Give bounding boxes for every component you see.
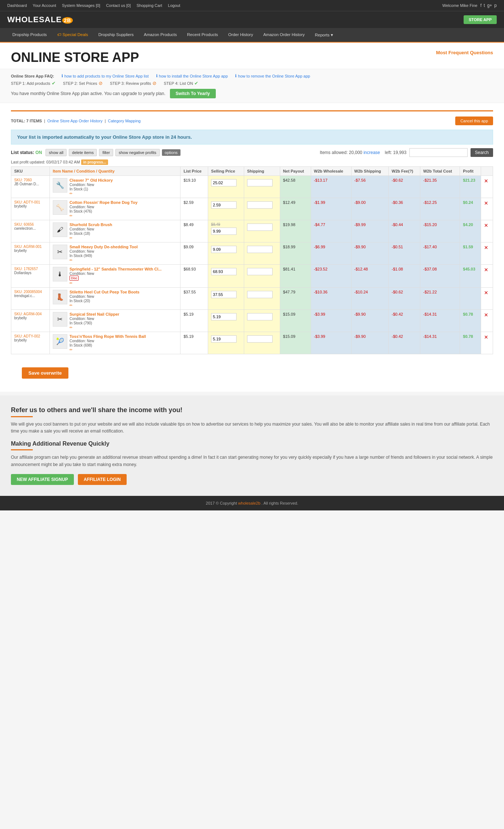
increase-link[interactable]: increase	[364, 150, 380, 155]
shipping-input-2[interactable]	[247, 224, 273, 231]
selling-price-input-3[interactable]	[211, 246, 237, 253]
cell-selling-2: $8.49	[208, 220, 244, 242]
delete-button-3[interactable]: ✕	[484, 245, 488, 250]
googleplus-icon[interactable]: g+	[487, 3, 492, 8]
shipping-input-1[interactable]	[247, 201, 273, 209]
shipping-input-5[interactable]	[247, 291, 273, 298]
cell-w2b-total-1: -$12.25	[420, 198, 460, 220]
show-all-button[interactable]: show all	[45, 149, 67, 156]
cell-w2b-fee-7: -$0.42	[389, 332, 420, 354]
cell-item-0: 🔧 Cleaver 7" Old Hickory Condition: New …	[49, 176, 180, 198]
category-mapping-link[interactable]: Category Mapping	[108, 119, 141, 123]
selling-price-input-1[interactable]	[211, 201, 237, 209]
shipping-input-0[interactable]	[247, 179, 273, 186]
edit-icon-6[interactable]: ✏	[70, 325, 72, 329]
faq-link-3[interactable]: ℹ how to remove the Online Store App app	[235, 74, 310, 78]
cell-profit-6: $0.78	[460, 310, 481, 332]
item-name-1[interactable]: Cotton Flossin' Rope Bone Dog Toy	[70, 200, 138, 205]
edit-icon-3[interactable]: ✏	[70, 258, 72, 262]
item-name-2[interactable]: Shurhold Scrub Brush	[70, 222, 112, 227]
faq-link-2[interactable]: ℹ how to install the Online Store App ap…	[156, 74, 228, 78]
item-condition-1: Condition: New	[70, 205, 94, 209]
affiliate-login-button[interactable]: AFFILIATE LOGIN	[78, 474, 127, 485]
delete-button-0[interactable]: ✕	[484, 178, 488, 184]
top-nav-links: Dashboard Your Account System Messages […	[7, 3, 180, 8]
nav-recent-products[interactable]: Recent Products	[182, 28, 223, 42]
nav-logout[interactable]: Logout	[168, 3, 180, 8]
faq-section: Online Store App FAQ: ℹ how to add produ…	[0, 69, 504, 103]
shipping-input-6[interactable]	[247, 313, 273, 320]
col-header-selling-price: Selling Price	[208, 167, 244, 176]
faq-link[interactable]: Most Frequent Questions	[436, 50, 493, 55]
selling-price-input-5[interactable]	[211, 291, 237, 298]
toolbar-right: Items allowed: 20,000 increase left: 19,…	[320, 148, 493, 157]
edit-icon-5[interactable]: ✏	[70, 303, 72, 307]
nav-system-messages[interactable]: System Messages [0]	[62, 3, 100, 8]
cell-w2b-fee-3: -$0.51	[389, 242, 420, 265]
nav-dropship-suppliers[interactable]: Dropship Suppliers	[93, 28, 139, 42]
shipping-input-3[interactable]	[247, 246, 273, 253]
twitter-icon[interactable]: t	[484, 3, 485, 8]
selling-price-input-0[interactable]	[211, 179, 237, 186]
nav-reports[interactable]: Reports ▾	[310, 28, 338, 42]
order-history-link[interactable]: Online Store App Order History	[47, 119, 103, 123]
nav-contact-us[interactable]: Contact us [0]	[106, 3, 131, 8]
delete-items-button[interactable]: delete items	[69, 149, 97, 156]
delete-button-5[interactable]: ✕	[484, 290, 488, 296]
selling-price-input-7[interactable]	[211, 335, 237, 343]
item-image-3: ✂	[53, 245, 67, 259]
switch-to-yearly-button[interactable]: Switch To Yearly	[170, 89, 216, 98]
show-negative-profits-button[interactable]: show negative profits	[115, 149, 159, 156]
selling-price-input-6[interactable]	[211, 313, 237, 320]
separator2: |	[105, 119, 106, 123]
filter-button[interactable]: filter	[99, 149, 113, 156]
store-app-button[interactable]: STORE APP	[464, 15, 497, 24]
shipping-input-4[interactable]	[247, 268, 273, 275]
nav-dashboard[interactable]: Dashboard	[7, 3, 27, 8]
save-overwrite-button[interactable]: Save overwrite	[22, 367, 68, 379]
search-input[interactable]	[409, 148, 468, 157]
cell-shipping-input-3	[244, 242, 280, 265]
delete-button-4[interactable]: ✕	[484, 267, 488, 273]
facebook-icon[interactable]: f	[480, 3, 481, 8]
pinterest-icon[interactable]: p	[494, 3, 497, 8]
item-name-4[interactable]: Springfield - 12" Sandals Thermometer Wi…	[70, 267, 162, 271]
delete-button-6[interactable]: ✕	[484, 312, 488, 318]
faq-link-1[interactable]: ℹ how to add products to my Online Store…	[61, 74, 149, 78]
item-condition-3: Condition: New	[70, 249, 94, 253]
cell-sku-7: SKU: ADTY-002 brybelly	[11, 332, 50, 354]
item-name-0[interactable]: Cleaver 7" Old Hickory	[70, 178, 113, 182]
edit-icon-7[interactable]: ✏	[70, 348, 72, 352]
cell-profit-4: $45.03	[460, 265, 481, 288]
selling-price-input-4[interactable]	[211, 268, 237, 275]
nav-special-deals[interactable]: 🏷 Special Deals	[52, 28, 94, 42]
edit-icon-4[interactable]: ✏	[70, 281, 72, 285]
item-name-6[interactable]: Surgical Steel Nail Clipper	[70, 312, 119, 316]
selling-price-input-2[interactable]	[211, 228, 237, 235]
item-name-3[interactable]: Small Heavy Duty De-shedding Tool	[70, 245, 138, 249]
nav-order-history[interactable]: Order History	[223, 28, 258, 42]
nav-your-account[interactable]: Your Account	[33, 3, 56, 8]
cancel-app-button[interactable]: Cancel this app	[455, 117, 493, 125]
delete-button-1[interactable]: ✕	[484, 200, 488, 206]
edit-icon-0[interactable]: ✏	[70, 192, 72, 196]
cell-w2b-wholesale-4: -$23.52	[311, 265, 351, 288]
disc-badge-4: Disc	[70, 276, 79, 281]
step-3: STEP 3: Review profits ⊘	[110, 80, 156, 86]
footer-link[interactable]: wholesale2b	[238, 501, 260, 505]
nav-shopping-cart[interactable]: Shopping Cart	[136, 3, 162, 8]
nav-dropship-products[interactable]: Dropship Products	[7, 28, 52, 42]
edit-icon-2[interactable]: ✏	[70, 236, 72, 240]
item-name-7[interactable]: Toss'n'floss Fling Rope With Tennis Ball	[70, 334, 146, 339]
nav-amazon-products[interactable]: Amazon Products	[139, 28, 182, 42]
affiliate-signup-button[interactable]: NEW AFFILIATE SIGNUP	[11, 474, 74, 485]
nav-amazon-order-history[interactable]: Amazon Order History	[258, 28, 310, 42]
edit-icon-1[interactable]: ✏	[70, 214, 72, 218]
delete-button-2[interactable]: ✕	[484, 222, 488, 228]
options-button[interactable]: options	[162, 149, 180, 156]
cell-listprice-4: $68.93	[180, 265, 208, 288]
shipping-input-7[interactable]	[247, 335, 273, 343]
search-button[interactable]: Search	[471, 148, 493, 157]
item-name-5[interactable]: Stiletto Heel Cut Out Peep Toe Boots	[70, 290, 139, 294]
delete-button-7[interactable]: ✕	[484, 334, 488, 340]
